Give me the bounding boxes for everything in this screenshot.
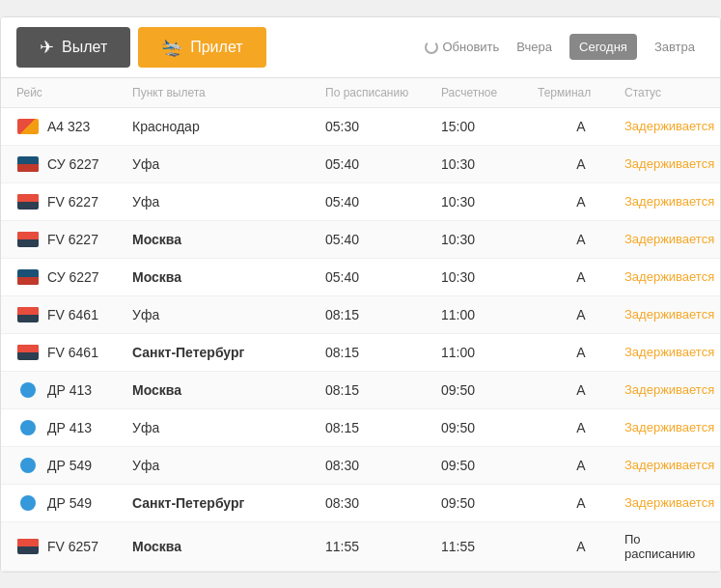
scheduled-time: 11:55 xyxy=(325,539,441,554)
airline-logo xyxy=(16,193,40,210)
flight-cell: СУ 6227 xyxy=(16,155,132,173)
flight-cell: FV 6461 xyxy=(16,344,132,361)
flight-cell: FV 6227 xyxy=(16,231,132,248)
terminal: A xyxy=(538,194,624,210)
col-terminal: Терминал xyxy=(538,86,624,99)
status-badge: Задерживается xyxy=(624,232,714,246)
flight-number: ДР 413 xyxy=(47,382,92,398)
estimated-time: 11:00 xyxy=(441,345,538,360)
col-origin: Пункт вылета xyxy=(132,86,325,99)
airline-logo xyxy=(16,306,40,323)
col-scheduled: По расписанию xyxy=(325,86,441,99)
flight-number: FV 6461 xyxy=(47,345,98,360)
today-button[interactable]: Сегодня xyxy=(569,34,637,60)
flight-number: ДР 413 xyxy=(47,420,92,435)
terminal: A xyxy=(538,119,624,134)
terminal: A xyxy=(538,458,624,473)
flight-cell: СУ 6227 xyxy=(16,268,132,286)
scheduled-time: 08:15 xyxy=(325,382,441,398)
table-row[interactable]: ДР 413 Москва 08:15 09:50 A Задерживаетс… xyxy=(1,372,720,409)
airline-logo xyxy=(16,457,40,474)
terminal: A xyxy=(538,345,624,360)
flight-origin: Санкт-Петербург xyxy=(132,495,325,511)
estimated-time: 10:30 xyxy=(441,194,538,210)
flight-origin: Уфа xyxy=(132,458,325,473)
table-row[interactable]: FV 6257 Москва 11:55 11:55 A По расписан… xyxy=(1,522,720,572)
airline-logo xyxy=(16,231,40,248)
flight-origin: Уфа xyxy=(132,194,325,210)
status-badge: Задерживается xyxy=(624,307,714,322)
flight-cell: A4 323 xyxy=(16,118,132,135)
tomorrow-button[interactable]: Завтра xyxy=(645,34,705,60)
estimated-time: 09:50 xyxy=(441,382,538,398)
estimated-time: 15:00 xyxy=(441,119,538,134)
table-row[interactable]: СУ 6227 Уфа 05:40 10:30 A Задерживается xyxy=(1,146,720,183)
flight-cell: ДР 549 xyxy=(16,457,132,474)
estimated-time: 09:50 xyxy=(441,420,538,435)
scheduled-time: 05:40 xyxy=(325,232,441,247)
terminal: A xyxy=(538,382,624,398)
airline-logo xyxy=(16,155,40,173)
header: ✈ Вылет 🛬 Прилет Обновить Вчера Сегодня … xyxy=(1,17,720,78)
scheduled-time: 08:15 xyxy=(325,307,441,322)
terminal: A xyxy=(538,232,624,247)
yesterday-button[interactable]: Вчера xyxy=(507,34,562,60)
flight-number: СУ 6227 xyxy=(47,156,99,172)
table-row[interactable]: A4 323 Краснодар 05:30 15:00 A Задержива… xyxy=(1,108,720,146)
tab-departure-button[interactable]: ✈ Вылет xyxy=(16,27,130,68)
table-row[interactable]: ДР 549 Санкт-Петербург 08:30 09:50 A Зад… xyxy=(1,485,720,522)
scheduled-time: 08:15 xyxy=(325,345,441,360)
refresh-button[interactable]: Обновить xyxy=(425,40,499,54)
flight-origin: Краснодар xyxy=(132,119,325,134)
table-header: Рейс Пункт вылета По расписанию Расчетно… xyxy=(1,78,720,108)
table-row[interactable]: СУ 6227 Москва 05:40 10:30 A Задерживает… xyxy=(1,259,720,296)
status-badge: Задерживается xyxy=(624,345,714,359)
estimated-time: 09:50 xyxy=(441,495,538,511)
tab-arrival-label: Прилет xyxy=(190,39,242,56)
flight-origin: Москва xyxy=(132,539,325,554)
table-row[interactable]: ДР 413 Уфа 08:15 09:50 A Задерживается xyxy=(1,409,720,447)
terminal: A xyxy=(538,156,624,172)
flight-cell: ДР 549 xyxy=(16,494,132,512)
flight-cell: ДР 413 xyxy=(16,381,132,399)
flight-origin: Москва xyxy=(132,232,325,247)
estimated-time: 11:00 xyxy=(441,307,538,322)
flight-number: ДР 549 xyxy=(47,495,92,511)
table-row[interactable]: FV 6461 Санкт-Петербург 08:15 11:00 A За… xyxy=(1,334,720,372)
flight-origin: Москва xyxy=(132,269,325,285)
table-row[interactable]: FV 6461 Уфа 08:15 11:00 A Задерживается xyxy=(1,296,720,334)
flight-number: FV 6461 xyxy=(47,307,98,322)
table-row[interactable]: FV 6227 Москва 05:40 10:30 A Задерживает… xyxy=(1,221,720,259)
col-status: Статус xyxy=(624,86,705,99)
flight-number: FV 6227 xyxy=(47,194,98,210)
scheduled-time: 08:15 xyxy=(325,420,441,435)
status-badge: Задерживается xyxy=(624,495,714,510)
scheduled-time: 05:40 xyxy=(325,156,441,172)
flight-cell: FV 6227 xyxy=(16,193,132,210)
terminal: A xyxy=(538,495,624,511)
scheduled-time: 08:30 xyxy=(325,495,441,511)
terminal: A xyxy=(538,420,624,435)
status-badge: Задерживается xyxy=(624,420,714,434)
terminal: A xyxy=(538,269,624,285)
table-row[interactable]: FV 6227 Уфа 05:40 10:30 A Задерживается xyxy=(1,183,720,221)
flight-origin: Уфа xyxy=(132,307,325,322)
airline-logo xyxy=(16,268,40,286)
tab-arrival-button[interactable]: 🛬 Прилет xyxy=(138,27,265,68)
flight-number: FV 6227 xyxy=(47,232,98,247)
status-badge: Задерживается xyxy=(624,269,714,284)
table-row[interactable]: ДР 549 Уфа 08:30 09:50 A Задерживается xyxy=(1,447,720,485)
arrival-plane-icon: 🛬 xyxy=(161,37,182,58)
scheduled-time: 05:40 xyxy=(325,269,441,285)
status-badge: Задерживается xyxy=(624,458,714,472)
scheduled-time: 05:40 xyxy=(325,194,441,210)
status-badge: Задерживается xyxy=(624,156,714,171)
flight-cell: ДР 413 xyxy=(16,419,132,436)
flight-origin: Уфа xyxy=(132,420,325,435)
status-badge: Задерживается xyxy=(624,119,714,133)
col-estimated: Расчетное xyxy=(441,86,538,99)
col-flight: Рейс xyxy=(16,86,132,99)
flight-number: FV 6257 xyxy=(47,539,98,554)
tab-departure-label: Вылет xyxy=(62,39,107,56)
airline-logo xyxy=(16,344,40,361)
